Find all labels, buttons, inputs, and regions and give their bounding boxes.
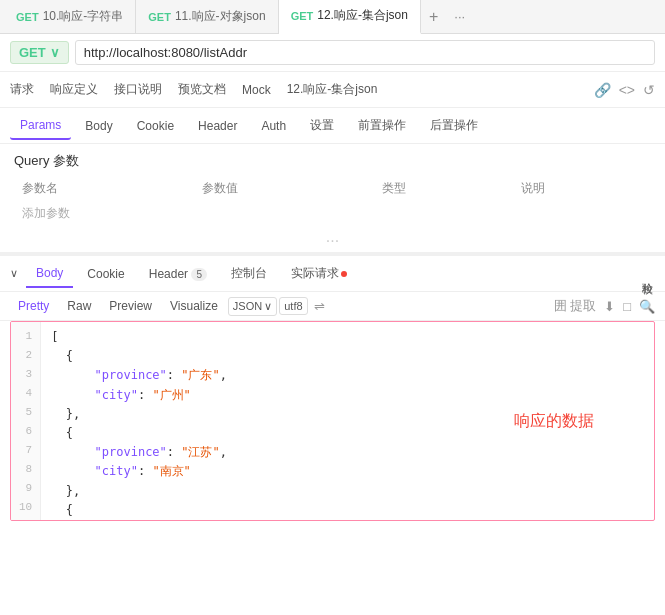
req-tab-header[interactable]: Header <box>188 113 247 139</box>
request-tabs: Params Body Cookie Header Auth 设置 前置操作 后… <box>0 108 665 144</box>
refresh-icon[interactable]: ↺ <box>643 82 655 98</box>
resp-tab-console[interactable]: 控制台 <box>221 259 277 288</box>
code-icon[interactable]: <> <box>619 82 635 98</box>
format-icons: 囲 提取 ⬇ □ 🔍 <box>554 297 655 315</box>
resp-tab-header-label: Header <box>149 267 188 281</box>
query-label: Query 参数 <box>14 152 651 170</box>
req-tab-params[interactable]: Params <box>10 112 71 140</box>
tab-get-12[interactable]: GET 12.响应-集合json <box>279 0 421 34</box>
sub-nav: 请求 响应定义 接口说明 预览文档 Mock 12.响应-集合json 🔗 <>… <box>0 72 665 108</box>
resp-tab-header[interactable]: Header 5 <box>139 261 217 287</box>
resp-dot-indicator <box>341 271 347 277</box>
fmt-tab-pretty[interactable]: Pretty <box>10 296 57 316</box>
wrap-icon[interactable]: ⇌ <box>314 299 325 314</box>
tab-method-2: GET <box>148 11 171 23</box>
resp-tab-actual-request[interactable]: 实际请求 <box>281 259 357 288</box>
req-tab-cookie[interactable]: Cookie <box>127 113 184 139</box>
sub-nav-mock[interactable]: Mock <box>242 75 271 105</box>
tab-label-3: 12.响应-集合json <box>317 7 408 24</box>
fmt-tab-raw[interactable]: Raw <box>59 296 99 316</box>
tab-bar: GET 10.响应-字符串 GET 11.响应-对象json GET 12.响应… <box>0 0 665 34</box>
response-annotation: 响应的数据 <box>514 411 594 432</box>
fmt-tab-preview[interactable]: Preview <box>101 296 160 316</box>
download-icon[interactable]: ⬇ <box>604 299 615 314</box>
sub-nav-api-desc[interactable]: 接口说明 <box>114 73 162 106</box>
json-chevron-icon: ∨ <box>264 300 272 313</box>
req-tab-settings[interactable]: 设置 <box>300 111 344 140</box>
resp-tab-cookie[interactable]: Cookie <box>77 261 134 287</box>
more-dots: ··· <box>0 230 665 252</box>
line-numbers: 12345 678910 11121314 <box>11 322 41 520</box>
copy-icon[interactable]: □ <box>623 299 631 314</box>
json-format-select[interactable]: JSON ∨ <box>228 297 277 316</box>
link-icon[interactable]: 🔗 <box>594 82 611 98</box>
tab-get-10[interactable]: GET 10.响应-字符串 <box>4 0 136 34</box>
col-param-type: 类型 <box>374 176 512 201</box>
fmt-tab-visualize[interactable]: Visualize <box>162 296 226 316</box>
tab-label-1: 10.响应-字符串 <box>43 8 124 25</box>
req-tab-body[interactable]: Body <box>75 113 122 139</box>
tab-get-11[interactable]: GET 11.响应-对象json <box>136 0 278 34</box>
req-tab-pre-ops[interactable]: 前置操作 <box>348 111 416 140</box>
resp-header-badge: 5 <box>191 268 207 281</box>
tab-method-1: GET <box>16 11 39 23</box>
col-param-desc: 说明 <box>513 176 652 201</box>
json-select-label: JSON <box>233 300 262 312</box>
format-row: Pretty Raw Preview Visualize JSON ∨ utf8… <box>0 292 665 321</box>
resp-actual-label: 实际请求 <box>291 266 339 280</box>
tab-method-3: GET <box>291 10 314 22</box>
sub-nav-12[interactable]: 12.响应-集合json <box>287 73 378 106</box>
params-table: 参数名 参数值 类型 说明 <box>14 176 651 201</box>
req-tab-auth[interactable]: Auth <box>251 113 296 139</box>
extract-button[interactable]: 囲 提取 <box>554 297 597 315</box>
method-chevron-icon: ∨ <box>50 45 60 60</box>
sub-nav-icons: 🔗 <> ↺ <box>594 82 655 98</box>
json-viewer: 12345 678910 11121314 [ { "province": "广… <box>10 321 655 521</box>
tab-add-button[interactable]: + <box>421 8 446 26</box>
url-input[interactable] <box>75 40 655 65</box>
response-tab-row: ∨ Body Cookie Header 5 控制台 实际请求 校验 <box>0 256 665 292</box>
method-select[interactable]: GET ∨ <box>10 41 69 64</box>
utf-select[interactable]: utf8 <box>279 297 307 315</box>
req-tab-post-ops[interactable]: 后置操作 <box>420 111 488 140</box>
sub-nav-request[interactable]: 请求 <box>10 73 34 106</box>
tab-label-2: 11.响应-对象json <box>175 8 266 25</box>
response-chevron-icon[interactable]: ∨ <box>10 267 18 280</box>
method-label: GET <box>19 45 46 60</box>
sub-nav-preview-doc[interactable]: 预览文档 <box>178 73 226 106</box>
col-param-name: 参数名 <box>14 176 194 201</box>
add-param-button[interactable]: 添加参数 <box>14 201 651 226</box>
col-param-value: 参数值 <box>194 176 374 201</box>
url-bar: GET ∨ <box>0 34 665 72</box>
sub-nav-response-def[interactable]: 响应定义 <box>50 73 98 106</box>
resp-tab-body[interactable]: Body <box>26 260 73 288</box>
response-section: ∨ Body Cookie Header 5 控制台 实际请求 校验 Prett… <box>0 252 665 521</box>
tab-more-button[interactable]: ··· <box>446 9 473 24</box>
query-section: Query 参数 参数名 参数值 类型 说明 添加参数 <box>0 144 665 230</box>
search-icon[interactable]: 🔍 <box>639 299 655 314</box>
